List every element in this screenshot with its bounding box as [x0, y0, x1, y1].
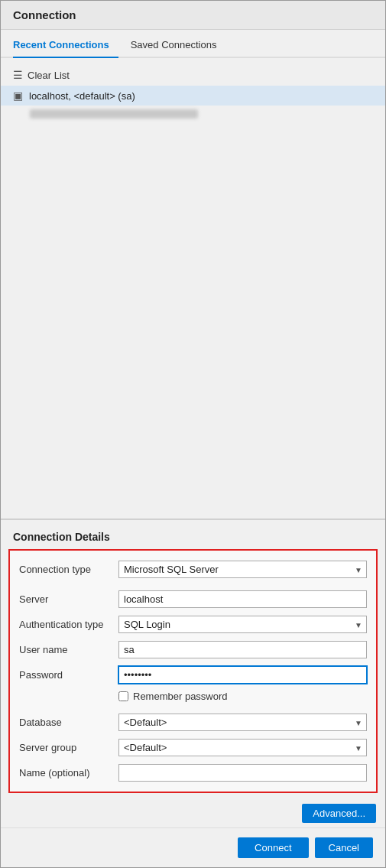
server-row: Server	[10, 587, 376, 612]
connection-item-blurred[interactable]	[1, 106, 385, 122]
database-row: Database <Default>	[10, 710, 376, 735]
server-input-wrapper	[118, 590, 367, 608]
database-select[interactable]: <Default>	[118, 714, 367, 731]
username-row: User name	[10, 637, 376, 662]
tabs-bar: Recent Connections Saved Connections	[1, 33, 385, 58]
server-group-select-wrapper: <Default>	[118, 739, 367, 756]
clear-list-button[interactable]: ☰ Clear List	[1, 64, 385, 86]
connection-window: Connection Recent Connections Saved Conn…	[0, 0, 386, 868]
remember-password-row: Remember password	[109, 688, 376, 705]
database-label: Database	[19, 717, 118, 728]
connection-item-localhost[interactable]: ▣ localhost, <default> (sa)	[1, 86, 385, 106]
server-group-select[interactable]: <Default>	[118, 739, 367, 756]
password-label: Password	[19, 669, 118, 681]
name-input-wrapper	[118, 764, 367, 782]
auth-type-row: Authentication type SQL Login	[10, 612, 376, 637]
server-input[interactable]	[118, 590, 367, 608]
auth-type-select[interactable]: SQL Login	[118, 616, 367, 633]
username-input-wrapper	[118, 641, 367, 658]
auth-type-select-wrapper: SQL Login	[118, 616, 367, 633]
window-title: Connection	[1, 1, 385, 30]
bottom-buttons: Connect Cancel	[1, 827, 385, 867]
name-row: Name (optional)	[10, 760, 376, 785]
connection-type-row: Connection type Microsoft SQL Server	[10, 557, 376, 582]
cancel-button[interactable]: Cancel	[315, 837, 373, 858]
clear-list-label: Clear List	[28, 70, 70, 81]
connection-type-select[interactable]: Microsoft SQL Server	[118, 561, 367, 578]
auth-type-label: Authentication type	[19, 619, 118, 630]
connection-details-section: Connection Details Connection type Micro…	[1, 519, 385, 827]
database-select-wrapper: <Default>	[118, 714, 367, 731]
connections-area: ☰ Clear List ▣ localhost, <default> (sa)	[1, 58, 385, 519]
details-form: Connection type Microsoft SQL Server Ser…	[8, 549, 378, 793]
advanced-button[interactable]: Advanced...	[302, 804, 376, 823]
blurred-connection-text	[30, 109, 198, 119]
name-input[interactable]	[118, 764, 367, 782]
connection-item-text: localhost, <default> (sa)	[29, 90, 135, 102]
clear-list-icon: ☰	[13, 69, 23, 81]
remember-password-checkbox[interactable]	[118, 691, 128, 701]
advanced-button-row: Advanced...	[1, 799, 385, 827]
tab-recent-connections[interactable]: Recent Connections	[13, 33, 118, 58]
username-label: User name	[19, 644, 118, 655]
server-group-label: Server group	[19, 742, 118, 753]
connect-button[interactable]: Connect	[238, 837, 308, 858]
password-row: Password	[10, 662, 376, 688]
remember-password-label: Remember password	[133, 691, 228, 702]
tab-saved-connections[interactable]: Saved Connections	[131, 33, 226, 58]
connection-details-title: Connection Details	[1, 528, 385, 549]
username-input[interactable]	[118, 641, 367, 658]
connection-type-label: Connection type	[19, 564, 118, 575]
connection-type-select-wrapper: Microsoft SQL Server	[118, 561, 367, 578]
server-group-row: Server group <Default>	[10, 735, 376, 760]
server-label: Server	[19, 593, 118, 605]
name-label: Name (optional)	[19, 767, 118, 779]
server-icon: ▣	[13, 89, 23, 102]
password-input-wrapper	[118, 666, 367, 684]
password-input[interactable]	[118, 666, 367, 684]
